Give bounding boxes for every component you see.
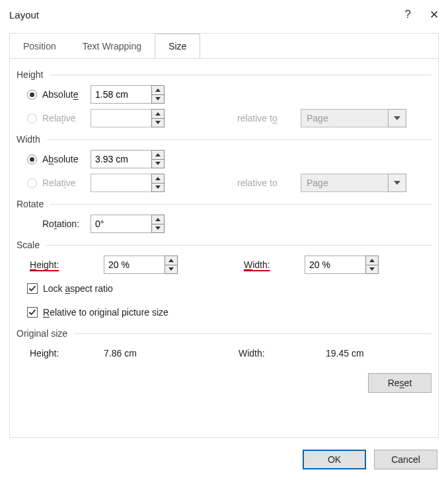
dialog-title: Layout	[9, 9, 39, 20]
section-rotate: Rotate	[17, 199, 431, 209]
spinner-up-icon	[152, 110, 164, 118]
spinner-buttons[interactable]	[151, 85, 165, 104]
scale-height-spinner[interactable]	[104, 256, 178, 274]
height-relative-row: Relative relative to Page	[17, 108, 431, 129]
width-relative-spinner	[91, 174, 165, 192]
spinner-buttons[interactable]	[151, 150, 165, 168]
height-absolute-input[interactable]	[91, 85, 151, 104]
radio-icon	[27, 178, 37, 188]
chevron-down-icon	[388, 109, 406, 127]
help-icon[interactable]: ?	[405, 8, 411, 21]
lock-aspect-row[interactable]: Lock aspect ratio	[17, 278, 431, 299]
relative-original-label: Relative to original picture size	[43, 307, 168, 318]
spinner-buttons[interactable]	[365, 256, 379, 274]
original-values-row: Height: 7.86 cm Width: 19.45 cm	[17, 343, 431, 364]
section-height-label: Height	[17, 69, 43, 80]
width-relative-label: Relative	[42, 178, 76, 188]
section-original-label: Original size	[17, 328, 67, 339]
tab-pane-size: Height Absolute Relative	[10, 59, 438, 402]
width-absolute-label: Absolute	[42, 154, 79, 164]
spinner-down-icon[interactable]	[152, 94, 164, 104]
height-relative-spinner	[91, 109, 165, 127]
scale-height-label: Height:	[27, 259, 84, 270]
original-height-value: 7.86 cm	[104, 348, 137, 359]
spinner-up-icon[interactable]	[165, 256, 177, 265]
spinner-down-icon	[152, 183, 164, 192]
divider	[50, 204, 431, 205]
rotation-input[interactable]	[91, 215, 151, 233]
height-absolute-label: Absolute	[42, 89, 79, 100]
radio-icon	[27, 90, 37, 100]
width-relative-to-dropdown: Page	[301, 174, 406, 192]
spinner-down-icon[interactable]	[152, 224, 164, 233]
radio-icon	[27, 114, 37, 123]
ok-button[interactable]: OK	[303, 450, 366, 469]
width-absolute-input[interactable]	[91, 150, 151, 168]
spinner-up-icon[interactable]	[152, 86, 164, 94]
spinner-down-icon[interactable]	[366, 265, 378, 274]
reset-button[interactable]: Reset	[368, 373, 431, 393]
spinner-buttons[interactable]	[151, 215, 165, 233]
tab-text-wrapping[interactable]: Text Wrapping	[69, 34, 155, 58]
scale-width-input[interactable]	[305, 256, 365, 274]
spinner-buttons[interactable]	[165, 256, 178, 274]
radio-icon	[27, 154, 37, 164]
original-width-label: Width:	[239, 348, 299, 359]
lock-aspect-label: Lock aspect ratio	[43, 283, 113, 294]
section-height: Height	[17, 69, 431, 80]
dialog-buttons: OK Cancel	[303, 450, 437, 469]
cancel-button[interactable]: Cancel	[374, 450, 437, 469]
chevron-down-icon	[388, 174, 406, 192]
checkbox-icon[interactable]	[27, 307, 38, 318]
rotation-spinner[interactable]	[91, 215, 165, 233]
original-height-label: Height:	[27, 348, 84, 359]
height-relative-label: Relative	[42, 113, 76, 123]
height-relative-to-dropdown: Page	[301, 109, 406, 127]
spinner-down-icon[interactable]	[152, 159, 164, 168]
divider	[74, 333, 431, 334]
dialog-body: Position Text Wrapping Size Height Absol…	[9, 33, 439, 438]
section-width-label: Width	[17, 134, 40, 145]
dropdown-value: Page	[301, 109, 388, 127]
width-absolute-row: Absolute	[17, 149, 431, 170]
section-scale: Scale	[17, 240, 431, 250]
original-width-value: 19.45 cm	[326, 348, 364, 359]
tab-size[interactable]: Size	[155, 34, 200, 58]
scale-width-label: Width:	[244, 259, 305, 270]
width-relative-row: Relative relative to Page	[17, 172, 431, 193]
spinner-up-icon	[152, 174, 164, 183]
close-icon[interactable]: ✕	[429, 8, 439, 22]
scale-height-input[interactable]	[104, 256, 165, 274]
spinner-up-icon[interactable]	[152, 215, 164, 224]
spinner-up-icon[interactable]	[152, 151, 164, 159]
width-relative-option[interactable]: Relative	[27, 178, 91, 188]
scale-width-spinner[interactable]	[305, 256, 379, 274]
relative-original-row[interactable]: Relative to original picture size	[17, 302, 431, 323]
spinner-down-icon[interactable]	[165, 265, 177, 274]
section-scale-label: Scale	[17, 240, 40, 250]
spinner-buttons	[151, 109, 165, 127]
width-absolute-option[interactable]: Absolute	[27, 154, 91, 164]
width-relative-to-label: relative to	[237, 178, 301, 188]
checkbox-icon[interactable]	[27, 283, 38, 294]
height-absolute-spinner[interactable]	[91, 85, 165, 104]
divider	[50, 75, 431, 75]
spinner-down-icon	[152, 118, 164, 127]
titlebar-actions: ? ✕	[405, 8, 439, 22]
height-relative-option[interactable]: Relative	[27, 113, 91, 123]
height-absolute-option[interactable]: Absolute	[27, 89, 91, 100]
height-relative-input	[91, 109, 151, 127]
dropdown-value: Page	[301, 174, 388, 192]
divider	[46, 245, 431, 246]
rotation-row: Rotation:	[17, 213, 431, 234]
width-relative-input	[91, 174, 151, 192]
titlebar: Layout ? ✕	[0, 0, 448, 26]
section-width: Width	[17, 134, 431, 145]
divider	[47, 139, 431, 140]
width-absolute-spinner[interactable]	[91, 150, 165, 168]
tab-position[interactable]: Position	[10, 34, 69, 58]
tabstrip: Position Text Wrapping Size	[10, 34, 438, 59]
spinner-up-icon[interactable]	[366, 256, 378, 265]
height-absolute-row: Absolute	[17, 84, 431, 105]
height-relative-to-label: relative to	[237, 113, 301, 123]
